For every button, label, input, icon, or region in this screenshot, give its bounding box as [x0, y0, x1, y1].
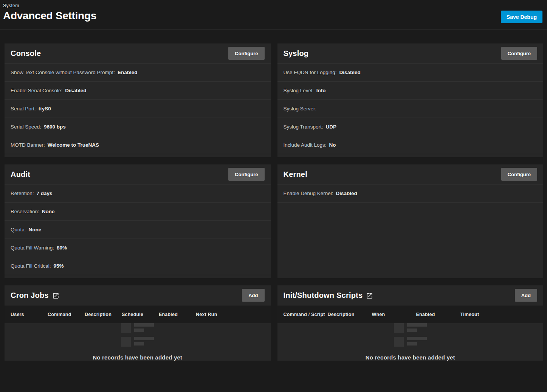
audit-row: Retention: 7 days	[5, 184, 271, 203]
kernel-card-header: Kernel Configure	[277, 164, 544, 184]
console-row: Serial Port: ttyS0	[5, 100, 271, 118]
audit-card: Audit Configure Retention: 7 days Reserv…	[5, 164, 271, 278]
row-value: Disabled	[65, 88, 86, 93]
row-label: MOTD Banner:	[11, 142, 45, 148]
row-label: Syslog Transport:	[284, 124, 323, 130]
kernel-configure-button[interactable]: Configure	[501, 168, 537, 181]
card-bottom-pad	[5, 154, 271, 157]
breadcrumb[interactable]: System	[3, 3, 542, 8]
open-in-new-icon[interactable]	[366, 292, 373, 299]
row-value: 9600 bps	[44, 124, 66, 130]
init-shutdown-add-button[interactable]: Add	[515, 289, 537, 302]
kernel-card: Kernel Configure Enable Debug Kernel: Di…	[277, 164, 544, 278]
syslog-row: Syslog Level: Info	[277, 82, 544, 100]
column-header-users: Users	[11, 312, 48, 317]
card-bottom-pad	[5, 275, 271, 278]
row-value: 95%	[54, 263, 64, 269]
syslog-card: Syslog Configure Use FQDN for Logging: D…	[277, 43, 544, 157]
audit-row: Reservation: None	[5, 203, 271, 221]
empty-list-icon	[394, 323, 427, 347]
row-label: Syslog Server:	[284, 106, 317, 112]
syslog-row: Syslog Transport: UDP	[277, 118, 544, 136]
syslog-card-header: Syslog Configure	[277, 43, 544, 64]
console-card-header: Console Configure	[5, 43, 271, 64]
row-value: 7 days	[37, 191, 53, 196]
column-header-command-script: Command / Script	[284, 312, 328, 317]
console-row: Enable Serial Console: Disabled	[5, 82, 271, 100]
console-card: Console Configure Show Text Console with…	[5, 43, 271, 157]
row-value: Enabled	[118, 70, 138, 75]
column-header-enabled: Enabled	[159, 312, 196, 317]
cron-jobs-card-header: Cron Jobs Add	[5, 285, 271, 305]
row-label: Quota Fill Critical:	[11, 263, 51, 269]
audit-configure-button[interactable]: Configure	[228, 168, 264, 181]
row-value: No	[329, 142, 336, 148]
row-label: Enable Serial Console:	[11, 88, 62, 93]
syslog-row: Include Audit Logs: No	[277, 136, 544, 154]
cron-jobs-title-text: Cron Jobs	[11, 291, 49, 300]
init-shutdown-card: Init/Shutdown Scripts Add Command / Scri…	[277, 285, 544, 361]
console-configure-button[interactable]: Configure	[228, 47, 264, 60]
column-header-timeout: Timeout	[460, 312, 505, 317]
console-card-title: Console	[11, 49, 41, 58]
cron-jobs-card-title: Cron Jobs	[11, 291, 59, 300]
row-label: Quota Fill Warning:	[11, 245, 54, 251]
console-row: Show Text Console without Password Promp…	[5, 64, 271, 82]
row-label: Use FQDN for Logging:	[284, 70, 337, 75]
empty-state-text: No records have been added yet	[93, 354, 182, 361]
row-value: Disabled	[339, 70, 361, 75]
kernel-row: Enable Debug Kernel: Disabled	[277, 184, 544, 203]
empty-list-icon	[121, 323, 154, 347]
row-value: None	[42, 209, 55, 214]
column-header-when: When	[372, 312, 416, 317]
save-debug-button[interactable]: Save Debug	[501, 11, 542, 23]
cron-jobs-empty-state: No records have been added yet	[5, 323, 271, 361]
column-header-description: Description	[85, 312, 122, 317]
row-label: Quota:	[11, 227, 26, 232]
cron-jobs-card: Cron Jobs Add Users Command Description …	[5, 285, 271, 361]
card-bottom-pad	[277, 154, 544, 157]
column-header-enabled: Enabled	[416, 312, 460, 317]
skeleton-item	[121, 323, 154, 333]
column-header-schedule: Schedule	[122, 312, 159, 317]
init-shutdown-card-header: Init/Shutdown Scripts Add	[277, 285, 544, 305]
row-label: Retention:	[11, 191, 34, 196]
row-value: Disabled	[336, 191, 357, 196]
row-value: Welcome to TrueNAS	[48, 142, 99, 148]
empty-state-text: No records have been added yet	[366, 354, 455, 361]
syslog-configure-button[interactable]: Configure	[501, 47, 537, 60]
row-label: Serial Speed:	[11, 124, 41, 130]
column-header-description: Description	[328, 312, 372, 317]
audit-card-header: Audit Configure	[5, 164, 271, 184]
column-header-command: Command	[48, 312, 85, 317]
kernel-card-title: Kernel	[284, 170, 307, 179]
cron-jobs-table-header: Users Command Description Schedule Enabl…	[5, 305, 271, 323]
init-shutdown-card-title: Init/Shutdown Scripts	[284, 291, 373, 300]
audit-card-title: Audit	[11, 170, 30, 179]
skeleton-item	[121, 337, 154, 347]
audit-row: Quota Fill Warning: 80%	[5, 239, 271, 257]
row-value: None	[29, 227, 42, 232]
row-value: 80%	[57, 245, 67, 251]
audit-row: Quota Fill Critical: 95%	[5, 257, 271, 275]
row-value: Info	[316, 88, 326, 93]
init-shutdown-table-header: Command / Script Description When Enable…	[277, 305, 544, 323]
cron-jobs-add-button[interactable]: Add	[242, 289, 264, 302]
init-shutdown-title-text: Init/Shutdown Scripts	[284, 291, 363, 300]
page-header: System Advanced Settings Save Debug	[0, 0, 547, 30]
audit-row: Quota: None	[5, 221, 271, 239]
row-value: ttyS0	[39, 106, 51, 112]
row-label: Enable Debug Kernel:	[284, 191, 333, 196]
syslog-row: Syslog Server:	[277, 100, 544, 118]
syslog-card-title: Syslog	[284, 49, 309, 58]
row-label: Syslog Level:	[284, 88, 314, 93]
init-shutdown-empty-state: No records have been added yet	[277, 323, 544, 361]
row-label: Serial Port:	[11, 106, 36, 112]
row-label: Include Audit Logs:	[284, 142, 327, 148]
row-value: UDP	[326, 124, 337, 130]
skeleton-item	[394, 337, 427, 347]
open-in-new-icon[interactable]	[52, 292, 59, 299]
skeleton-item	[394, 323, 427, 333]
cards-grid: Console Configure Show Text Console with…	[0, 30, 547, 364]
console-row: MOTD Banner: Welcome to TrueNAS	[5, 136, 271, 154]
